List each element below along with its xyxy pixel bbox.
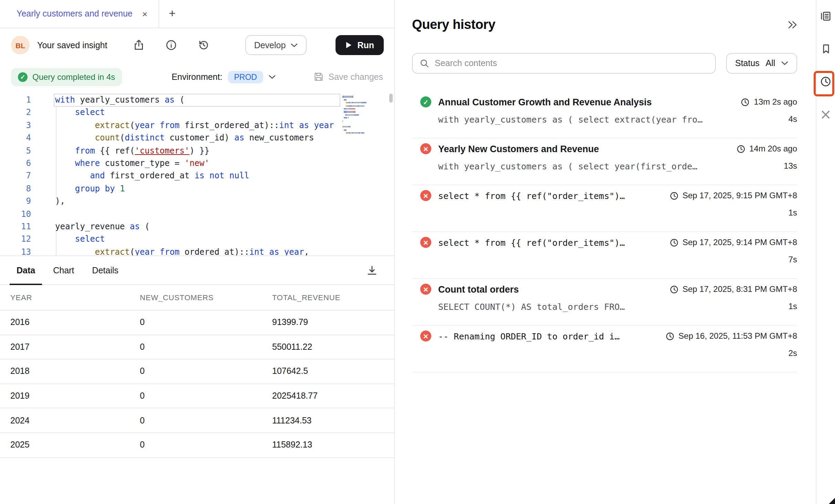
info-icon xyxy=(165,39,177,51)
query-timestamp: Sep 17, 2025, 9:14 PM GMT+8 xyxy=(669,238,797,247)
entry-title-row: ✕ Yearly New Customers and Revenue 14m 2… xyxy=(412,141,797,156)
search-input[interactable] xyxy=(435,59,708,68)
editor-scrollbar[interactable] xyxy=(389,94,393,103)
queue-list-icon xyxy=(820,10,832,22)
code-line: 12 select xyxy=(0,233,394,246)
develop-dropdown[interactable]: Develop xyxy=(245,35,307,55)
cell-new-customers: 0 xyxy=(140,416,272,425)
history-clock-icon xyxy=(820,76,832,87)
save-icon xyxy=(313,72,324,82)
query-duration: 13s xyxy=(784,161,797,171)
search-box[interactable] xyxy=(412,53,716,74)
double-chevron-right-icon xyxy=(787,21,797,29)
status-filter-label: Status xyxy=(735,59,760,68)
query-timestamp: Sep 16, 2025, 11:53 PM GMT+8 xyxy=(666,331,797,341)
tab-chart[interactable]: Chart xyxy=(46,256,81,284)
query-history-entry[interactable]: ✕ Yearly New Customers and Revenue 14m 2… xyxy=(412,138,797,185)
cell-new-customers: 0 xyxy=(140,367,272,376)
chevron-down-icon xyxy=(290,43,297,47)
cell-total-revenue: 91399.79 xyxy=(272,318,394,327)
insight-header: BL Your saved insight xyxy=(0,28,394,62)
query-history-entry[interactable]: ✓ Annual Customer Growth and Revenue Ana… xyxy=(412,92,797,138)
query-status-badge: ✓ Query completed in 4s xyxy=(11,68,122,86)
code-line: 13 extract(year from ordered_at)::int as… xyxy=(0,245,394,256)
table-row: 2016 0 91399.79 xyxy=(0,311,394,335)
share-button[interactable] xyxy=(133,39,145,51)
results-tab-bar: Data Chart Details xyxy=(0,256,394,285)
tab-yearly-customers-and-revenue[interactable]: Yearly customers and revenue × xyxy=(0,0,159,28)
new-tab-button[interactable]: + xyxy=(159,0,185,28)
code-line: 7 and first_ordered_at is not null xyxy=(0,170,394,182)
editor-minimap[interactable] xyxy=(342,96,381,135)
results-table-body: 2016 0 91399.79 2017 0 550011.22 2018 0 … xyxy=(0,311,394,458)
run-button[interactable]: Run xyxy=(335,35,384,55)
query-queue-button[interactable] xyxy=(820,10,832,22)
code-line: 11yearly_revenue as ( xyxy=(0,220,394,233)
table-row: 2017 0 550011.22 xyxy=(0,335,394,359)
close-icon[interactable]: × xyxy=(142,9,147,18)
query-timestamp: 13m 2s ago xyxy=(741,97,797,107)
bookmarks-button[interactable] xyxy=(820,43,831,54)
code-line: 10 xyxy=(0,208,394,220)
query-history-button[interactable] xyxy=(820,76,832,87)
status-filter-dropdown[interactable]: Status All xyxy=(726,53,797,74)
tab-data[interactable]: Data xyxy=(10,256,42,284)
column-header-total-revenue: TOTAL_REVENUE xyxy=(272,293,394,302)
query-history-controls: Status All xyxy=(412,53,797,74)
resize-corner xyxy=(829,498,835,504)
query-history-entry[interactable]: ✕ -- Renaming ORDER_ID to order_id i… Se… xyxy=(412,326,797,372)
tab-bar: Yearly customers and revenue × + xyxy=(0,0,394,28)
query-duration: 7s xyxy=(788,255,797,264)
query-title: select * from {{ ref("order_items")… xyxy=(438,237,625,248)
info-button[interactable] xyxy=(165,39,177,51)
entry-title-row: ✕ -- Renaming ORDER_ID to order_id i… Se… xyxy=(412,328,797,344)
query-history-entry[interactable]: ✕ select * from {{ ref("order_items")… S… xyxy=(412,232,797,279)
share-icon xyxy=(133,39,145,51)
download-icon xyxy=(367,265,378,276)
version-history-button[interactable] xyxy=(198,39,209,51)
save-changes-button[interactable]: Save changes xyxy=(313,72,383,82)
query-snippet: SELECT COUNT(*) AS total_orders FRO… xyxy=(438,301,625,312)
sql-code-editor[interactable]: 1with yearly_customers as (2 select3 ext… xyxy=(0,92,394,256)
collapse-panel-button[interactable] xyxy=(787,21,797,29)
status-filter-value: All xyxy=(766,59,775,68)
query-title: Count total orders xyxy=(438,284,519,294)
tab-label: Yearly customers and revenue xyxy=(17,9,133,19)
download-results-button[interactable] xyxy=(367,256,378,284)
status-icon: ✓ xyxy=(420,96,431,107)
entry-detail-row: 1s xyxy=(412,205,797,220)
cell-total-revenue: 2025418.77 xyxy=(272,391,394,401)
cell-year: 2019 xyxy=(10,391,140,401)
status-icon: ✕ xyxy=(420,284,431,295)
clock-icon xyxy=(669,191,678,200)
clock-icon xyxy=(741,97,750,106)
lineage-button[interactable] xyxy=(820,109,832,120)
status-icon: ✕ xyxy=(420,143,431,154)
bookmark-icon xyxy=(820,43,831,54)
indent-guide xyxy=(56,233,56,256)
tab-details[interactable]: Details xyxy=(85,256,125,284)
entry-detail-row: 2s xyxy=(412,346,797,361)
query-duration: 2s xyxy=(788,348,797,358)
entry-detail-row: 7s xyxy=(412,252,797,267)
query-history-header: Query history xyxy=(412,17,797,33)
query-history-entry[interactable]: ✕ select * from {{ ref("order_items")… S… xyxy=(412,185,797,232)
cell-total-revenue: 111234.53 xyxy=(272,416,394,425)
status-icon: ✕ xyxy=(420,237,431,248)
cell-new-customers: 0 xyxy=(140,318,272,327)
results-table-header: YEAR NEW_CUSTOMERS TOTAL_REVENUE xyxy=(0,285,394,311)
query-history-entry[interactable]: ✕ Count total orders Sep 17, 2025, 8:31 … xyxy=(412,279,797,326)
code-line: 8 group by 1 xyxy=(0,182,394,195)
cell-year: 2018 xyxy=(10,367,140,376)
code-lines: 1with yearly_customers as (2 select3 ext… xyxy=(0,94,394,256)
cell-year: 2024 xyxy=(10,416,140,425)
develop-label: Develop xyxy=(254,40,286,50)
status-icon: ✕ xyxy=(420,330,431,342)
environment-selector[interactable]: Environment: PROD xyxy=(172,71,276,83)
chevron-down-icon xyxy=(269,75,276,79)
save-changes-label: Save changes xyxy=(329,72,383,82)
timestamp-text: Sep 17, 2025, 8:31 PM GMT+8 xyxy=(682,284,797,294)
clock-icon xyxy=(736,144,745,153)
entry-title-row: ✕ select * from {{ ref("order_items")… S… xyxy=(412,188,797,203)
play-icon xyxy=(345,41,352,49)
